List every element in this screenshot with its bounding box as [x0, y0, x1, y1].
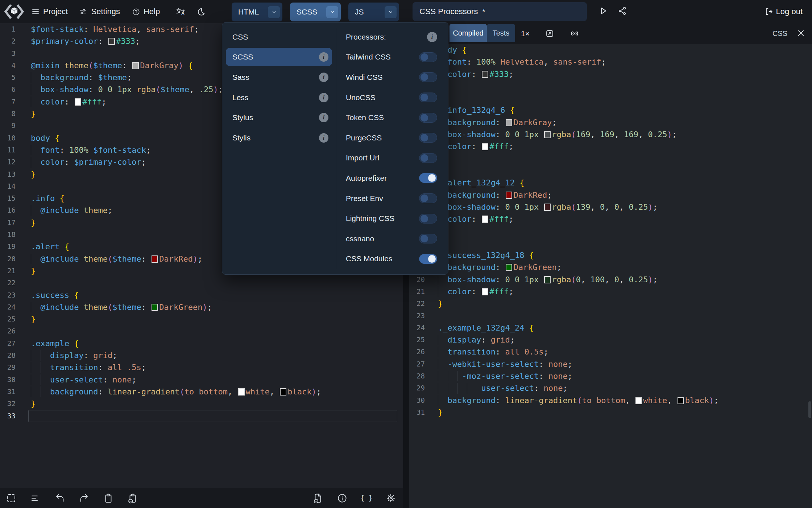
- code-line[interactable]: 15 color: #fff;: [409, 213, 812, 225]
- code-line[interactable]: 14 box-shadow: 0 0 1px rgba(139, 0, 0, 0…: [409, 201, 812, 213]
- clipboard-minus-icon[interactable]: [126, 492, 139, 505]
- code-line[interactable]: 16}: [409, 225, 812, 237]
- gear-icon[interactable]: [384, 492, 397, 505]
- preprocessor-option-stylis[interactable]: Stylisi: [226, 129, 332, 147]
- info-icon[interactable]: i: [319, 93, 328, 102]
- toggle-windi-css[interactable]: [419, 72, 437, 82]
- code-line[interactable]: 19 background: DarkGreen;: [409, 261, 812, 273]
- preprocessor-option-css[interactable]: CSS: [226, 28, 332, 46]
- format-lines-icon[interactable]: [29, 492, 42, 505]
- close-icon[interactable]: [796, 29, 805, 38]
- code-line[interactable]: 3 color: #333;: [409, 68, 812, 80]
- code-line[interactable]: 31 background: linear-gradient(to bottom…: [0, 386, 403, 398]
- code-line[interactable]: 30 user-select: none;: [0, 374, 403, 386]
- info-icon[interactable]: i: [319, 133, 328, 143]
- code-line[interactable]: 24 @include theme($theme: DarkGreen);: [0, 301, 403, 313]
- share-icon[interactable]: [617, 5, 627, 16]
- zoom-level[interactable]: 1×: [521, 23, 530, 44]
- info-icon[interactable]: i: [319, 73, 328, 82]
- code-line[interactable]: 29 user-select: none;: [409, 382, 812, 394]
- chevron-down-icon[interactable]: [385, 6, 397, 18]
- preprocessor-option-stylus[interactable]: Stylusi: [226, 108, 332, 127]
- code-line[interactable]: 27 -webkit-user-select: none;: [409, 358, 812, 370]
- code-line[interactable]: 13 background: DarkRed;: [409, 189, 812, 201]
- info-icon[interactable]: i: [427, 32, 437, 42]
- toggle-token-css[interactable]: [419, 113, 437, 123]
- code-line[interactable]: 18._success_132g4_18 {: [409, 249, 812, 261]
- info-icon[interactable]: [336, 492, 349, 505]
- code-line[interactable]: 30 background: linear-gradient(to bottom…: [409, 394, 812, 406]
- toggle-purgecss[interactable]: [419, 133, 437, 143]
- toggle-import-url[interactable]: [419, 153, 437, 163]
- file-minus-icon[interactable]: [311, 492, 324, 505]
- code-line[interactable]: 6._info_132g4_6 {: [409, 104, 812, 116]
- redo-icon[interactable]: [78, 492, 91, 505]
- logo-icon[interactable]: [4, 4, 25, 20]
- code-line[interactable]: 33: [0, 410, 403, 422]
- code-line[interactable]: 25 display: grid;: [409, 334, 812, 346]
- code-line[interactable]: 4}: [409, 80, 812, 92]
- chevron-down-icon[interactable]: [326, 6, 338, 18]
- preprocessor-option-sass[interactable]: Sassi: [226, 68, 332, 86]
- code-line[interactable]: 27.example {: [0, 337, 403, 349]
- open-preview-icon[interactable]: [545, 29, 555, 38]
- translate-icon[interactable]: A: [176, 7, 186, 16]
- code-line[interactable]: 21 color: #fff;: [409, 286, 812, 298]
- scrollbar-thumb[interactable]: [808, 401, 811, 418]
- code-line[interactable]: 5: [409, 92, 812, 104]
- code-line[interactable]: 26: [0, 325, 403, 337]
- code-line[interactable]: 26 transition: all 0.5s;: [409, 346, 812, 358]
- preprocessor-option-less[interactable]: Lessi: [226, 89, 332, 107]
- code-line[interactable]: 23: [409, 310, 812, 322]
- info-icon[interactable]: i: [319, 113, 328, 122]
- code-line[interactable]: 22: [0, 277, 403, 289]
- undo-icon[interactable]: [53, 492, 66, 505]
- code-line[interactable]: 11: [409, 165, 812, 177]
- code-line[interactable]: 25}: [0, 313, 403, 325]
- code-line[interactable]: 1body {: [409, 44, 812, 56]
- toggle-lightning-css[interactable]: [419, 214, 437, 224]
- toggle-unocss[interactable]: [419, 93, 437, 102]
- code-line[interactable]: 17: [409, 237, 812, 249]
- code-line[interactable]: 23.success {: [0, 289, 403, 301]
- code-line[interactable]: 22}: [409, 298, 812, 310]
- code-line[interactable]: 2 font: 100% Helvetica, sans-serif;: [409, 56, 812, 68]
- logout-button[interactable]: Log out: [764, 0, 803, 23]
- moon-icon[interactable]: [196, 7, 206, 16]
- code-line[interactable]: 28 display: grid;: [0, 349, 403, 361]
- toggle-css-modules[interactable]: [419, 254, 437, 264]
- toggle-tailwind-css[interactable]: [419, 52, 437, 62]
- info-icon[interactable]: i: [319, 52, 328, 62]
- code-line[interactable]: 9 color: #fff;: [409, 140, 812, 152]
- chevron-down-icon[interactable]: [268, 6, 280, 18]
- tab-tests[interactable]: Tests: [487, 24, 515, 42]
- menu-help[interactable]: Help: [132, 7, 160, 16]
- code-line[interactable]: 24._example_132g4_24 {: [409, 322, 812, 334]
- code-line[interactable]: 8 box-shadow: 0 0 1px rgba(169, 169, 169…: [409, 128, 812, 140]
- toggle-cssnano[interactable]: [419, 234, 437, 243]
- project-title-input[interactable]: CSS Processors *: [413, 2, 587, 21]
- tab-js[interactable]: JS: [348, 3, 399, 21]
- code-line[interactable]: 32}: [0, 398, 403, 410]
- menu-settings[interactable]: Settings: [78, 7, 120, 16]
- tab-scss[interactable]: SCSS: [290, 3, 341, 21]
- live-reload-icon[interactable]: [569, 29, 580, 38]
- run-icon[interactable]: [598, 5, 608, 16]
- preprocessor-option-scss[interactable]: SCSSi: [226, 48, 332, 66]
- code-line[interactable]: 29 transition: all .5s;: [0, 361, 403, 373]
- toggle-preset-env[interactable]: [419, 193, 437, 203]
- menu-project[interactable]: Project: [31, 7, 68, 16]
- clipboard-icon[interactable]: [102, 492, 115, 505]
- code-line[interactable]: 20 box-shadow: 0 0 1px rgba(0, 100, 0, 0…: [409, 274, 812, 286]
- braces-icon[interactable]: { }: [360, 492, 373, 505]
- code-line[interactable]: 7 background: DarkGray;: [409, 116, 812, 128]
- code-line[interactable]: 28 -moz-user-select: none;: [409, 370, 812, 382]
- toggle-autoprefixer[interactable]: [419, 173, 437, 183]
- compiled-output-editor[interactable]: 1body {2 font: 100% Helvetica, sans-seri…: [409, 44, 812, 508]
- select-region-icon[interactable]: [5, 492, 18, 505]
- code-line[interactable]: 31}: [409, 406, 812, 418]
- code-line[interactable]: 12._alert_132g4_12 {: [409, 177, 812, 189]
- tab-compiled[interactable]: Compiled: [450, 24, 487, 42]
- tab-html[interactable]: HTML: [232, 3, 282, 21]
- code-line[interactable]: 10}: [409, 153, 812, 165]
